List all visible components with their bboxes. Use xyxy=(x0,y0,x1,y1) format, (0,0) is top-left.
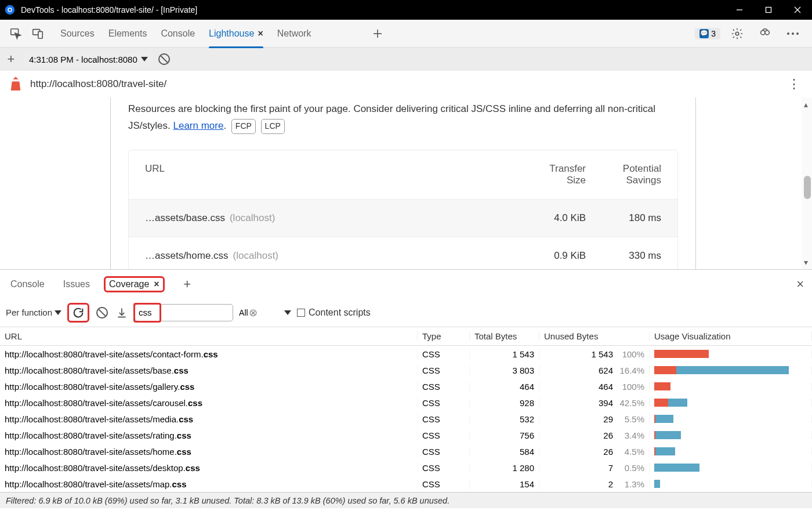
coverage-url: http://localhost:8080/travel-site/assets… xyxy=(0,398,418,408)
feedback-button[interactable] xyxy=(756,25,774,42)
tab-strip: SourcesElementsConsoleLighthouse×Network xyxy=(60,20,367,48)
coverage-type: CSS xyxy=(418,365,470,375)
scroll-down-icon[interactable]: ▾ xyxy=(804,258,808,267)
svg-point-16 xyxy=(792,32,794,35)
drawer-tab-coverage[interactable]: Coverage × xyxy=(104,276,165,292)
drawer-tab-issues[interactable]: Issues xyxy=(59,276,95,293)
close-icon[interactable]: × xyxy=(258,28,263,39)
audit-row[interactable]: …assets/base.css(localhost) 4.0 KiB 180 … xyxy=(129,199,677,237)
col-potential-savings: PotentialSavings xyxy=(586,163,661,186)
window-close-button[interactable] xyxy=(783,0,812,20)
clear-button[interactable] xyxy=(158,53,170,65)
clear-filter-button[interactable]: ⊗ xyxy=(249,306,258,319)
coverage-filter-input[interactable] xyxy=(139,307,249,317)
issues-badge-icon: 💬 xyxy=(699,29,709,38)
coverage-row[interactable]: http://localhost:8080/travel-site/assets… xyxy=(0,346,812,362)
lighthouse-icon xyxy=(9,77,22,92)
coverage-row[interactable]: http://localhost:8080/travel-site/assets… xyxy=(0,427,812,443)
coverage-table: http://localhost:8080/travel-site/assets… xyxy=(0,346,812,492)
devtools-top-toolbar: SourcesElementsConsoleLighthouse×Network… xyxy=(0,20,812,48)
coverage-total-bytes: 928 xyxy=(470,398,539,408)
svg-rect-18 xyxy=(14,79,17,82)
coverage-row[interactable]: http://localhost:8080/travel-site/assets… xyxy=(0,395,812,411)
audited-url: http://localhost:8080/travel-site/ xyxy=(30,78,782,90)
coverage-unused-bytes: 21.3% xyxy=(539,479,650,489)
coverage-row[interactable]: http://localhost:8080/travel-site/assets… xyxy=(0,362,812,378)
coverage-type: CSS xyxy=(418,447,470,457)
header-viz[interactable]: Usage Visualization xyxy=(650,331,812,341)
settings-button[interactable] xyxy=(728,25,746,42)
coverage-row[interactable]: http://localhost:8080/travel-site/assets… xyxy=(0,378,812,395)
scroll-thumb[interactable] xyxy=(804,176,811,199)
coverage-type: CSS xyxy=(418,398,470,408)
window-minimize-button[interactable] xyxy=(725,0,754,20)
close-icon[interactable]: × xyxy=(154,279,159,289)
header-total[interactable]: Total Bytes xyxy=(470,331,539,341)
learn-more-link[interactable]: Learn more xyxy=(173,120,223,131)
report-selector[interactable]: 4:31:08 PM - localhost:8080 xyxy=(24,52,153,67)
header-unused[interactable]: Unused Bytes xyxy=(539,331,650,341)
coverage-total-bytes: 584 xyxy=(470,447,539,457)
vertical-scrollbar[interactable]: ▴ ▾ xyxy=(802,97,812,269)
svg-rect-9 xyxy=(38,31,42,38)
coverage-row[interactable]: http://localhost:8080/travel-site/assets… xyxy=(0,411,812,427)
svg-point-15 xyxy=(787,32,789,35)
coverage-url: http://localhost:8080/travel-site/assets… xyxy=(0,349,418,359)
add-drawer-tab-button[interactable]: + xyxy=(180,277,195,292)
tab-label: Console xyxy=(161,28,195,39)
coverage-total-bytes: 756 xyxy=(470,430,539,440)
svg-point-17 xyxy=(796,32,799,35)
add-tab-button[interactable] xyxy=(369,25,386,42)
issues-badge[interactable]: 💬 3 xyxy=(695,28,720,39)
svg-point-14 xyxy=(765,30,769,34)
reload-icon xyxy=(72,306,85,319)
header-url[interactable]: URL xyxy=(0,331,418,341)
inspect-element-button[interactable] xyxy=(7,25,24,42)
tab-sources[interactable]: Sources xyxy=(60,20,95,48)
content-scripts-toggle[interactable]: Content scripts xyxy=(297,307,371,318)
coverage-row[interactable]: http://localhost:8080/travel-site/assets… xyxy=(0,459,812,476)
header-type[interactable]: Type xyxy=(418,331,470,341)
coverage-usage-bar xyxy=(650,399,812,407)
coverage-unused-bytes: 295.5% xyxy=(539,414,650,424)
scroll-up-icon[interactable]: ▴ xyxy=(804,100,808,109)
drawer-close-button[interactable]: × xyxy=(796,277,804,292)
dropdown-icon xyxy=(284,310,291,315)
coverage-row[interactable]: http://localhost:8080/travel-site/assets… xyxy=(0,476,812,492)
tab-lighthouse[interactable]: Lighthouse× xyxy=(209,20,263,48)
coverage-type: CSS xyxy=(418,430,470,440)
tab-label: Lighthouse xyxy=(209,28,254,39)
coverage-usage-bar xyxy=(650,464,812,472)
coverage-export-button[interactable] xyxy=(115,306,129,320)
drawer-tab-console[interactable]: Console xyxy=(6,276,49,293)
tab-console[interactable]: Console xyxy=(161,20,195,48)
audit-row[interactable]: …assets/home.css(localhost) 0.9 KiB 330 … xyxy=(129,237,677,269)
coverage-type: CSS xyxy=(418,463,470,473)
window-maximize-button[interactable] xyxy=(754,0,783,20)
coverage-filter-input-wrapper: ⊗ xyxy=(135,304,233,321)
report-timestamp: 4:31:08 PM - localhost:8080 xyxy=(29,55,137,64)
svg-point-2 xyxy=(9,9,12,12)
svg-point-13 xyxy=(761,30,765,34)
new-lighthouse-report-button[interactable]: + xyxy=(3,52,19,67)
audit-table: URL TransferSize PotentialSavings …asset… xyxy=(128,150,678,269)
coverage-usage-bar xyxy=(650,431,812,439)
coverage-type: CSS xyxy=(418,414,470,424)
more-options-button[interactable] xyxy=(784,25,802,42)
coverage-unused-bytes: 264.5% xyxy=(539,447,650,457)
coverage-row[interactable]: http://localhost:8080/travel-site/assets… xyxy=(0,443,812,459)
coverage-reload-button[interactable] xyxy=(67,303,89,323)
coverage-scope-select[interactable]: Per function xyxy=(6,307,61,317)
report-menu-button[interactable]: ⋮ xyxy=(782,77,806,92)
tab-network[interactable]: Network xyxy=(277,20,311,48)
tab-label: Network xyxy=(277,28,311,39)
tab-elements[interactable]: Elements xyxy=(108,20,147,48)
coverage-usage-bar xyxy=(650,415,812,423)
dropdown-icon xyxy=(141,57,148,61)
window-title: DevTools - localhost:8080/travel-site/ -… xyxy=(21,5,725,15)
coverage-status-bar: Filtered: 6.9 kB of 10.0 kB (69%) used s… xyxy=(0,492,812,508)
coverage-clear-button[interactable] xyxy=(95,306,109,320)
svg-point-12 xyxy=(735,32,739,35)
coverage-unused-bytes: 39442.5% xyxy=(539,398,650,408)
device-toolbar-button[interactable] xyxy=(29,25,46,42)
